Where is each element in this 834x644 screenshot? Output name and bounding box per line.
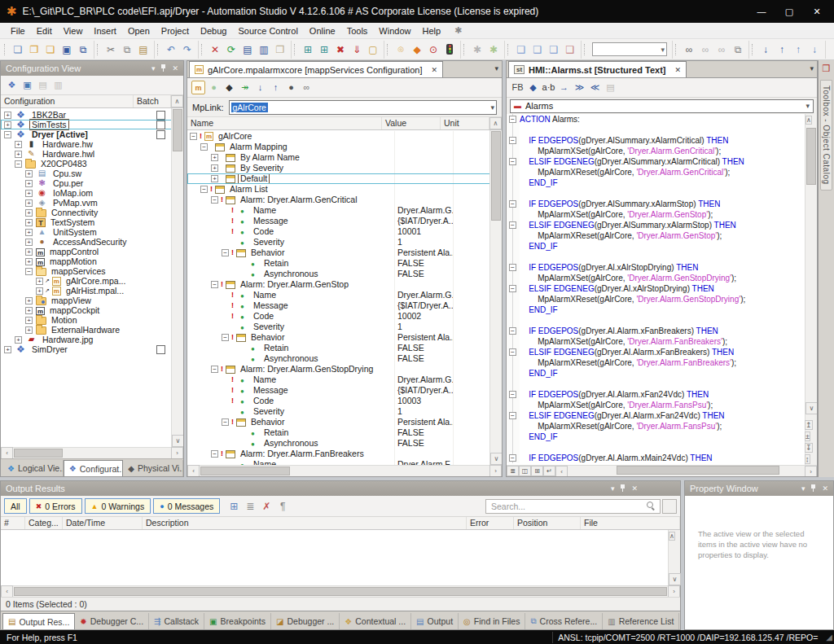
batch-checkbox[interactable]: [156, 345, 165, 354]
cancel-build-icon[interactable]: ✖: [333, 42, 348, 57]
fold-toggle-icon[interactable]: −: [509, 348, 516, 356]
menu-view[interactable]: View: [58, 24, 89, 37]
menu-project[interactable]: Project: [156, 24, 195, 37]
menu-source-control[interactable]: Source Control: [232, 24, 303, 37]
code-line[interactable]: − ELSIF EDGENEG(gDryer.Al.xAlrStopDrying…: [507, 283, 805, 294]
config-tree-item[interactable]: +AccessAndSecurity: [1, 237, 183, 247]
scrollbar-thumb[interactable]: [491, 131, 501, 221]
config-tree-item[interactable]: −mappServices: [1, 266, 183, 276]
code-line[interactable]: MpAlarmXReset(gAlrCore, 'Dryer.Alarm.Fan…: [507, 421, 805, 432]
scrollbar-thumb[interactable]: [617, 466, 779, 475]
menu-tools[interactable]: Tools: [341, 24, 374, 37]
fold-toggle-icon[interactable]: −: [509, 158, 516, 165]
power-icon[interactable]: ⊙: [426, 42, 441, 57]
config-tree-item[interactable]: +mmappCockpit: [1, 305, 183, 315]
fold-toggle-icon[interactable]: −: [509, 116, 516, 123]
close-panel-icon[interactable]: ✕: [631, 484, 638, 493]
expander-icon[interactable]: −: [211, 366, 218, 373]
close-panel-icon[interactable]: ✕: [822, 484, 828, 493]
fold-toggle-icon[interactable]: −: [509, 285, 516, 292]
comment-show-icon[interactable]: ❑: [546, 42, 561, 57]
scroll-right-button[interactable]: ›: [668, 585, 680, 598]
expander-icon[interactable]: −: [200, 143, 208, 151]
close-tab-icon[interactable]: ✕: [432, 66, 438, 74]
scrollbar-thumb[interactable]: [14, 587, 667, 596]
vertical-scrollbar[interactable]: ∨: [171, 108, 183, 447]
fold-toggle-icon[interactable]: −: [509, 264, 516, 271]
expander-icon[interactable]: +: [25, 170, 33, 177]
expander-icon[interactable]: +: [25, 239, 33, 246]
expander-icon[interactable]: +: [25, 229, 33, 236]
horizontal-scrollbar[interactable]: ‹ ›: [187, 465, 502, 476]
vertical-scrollbar[interactable]: ∨: [489, 130, 502, 465]
insert-fb-icon[interactable]: FB: [511, 81, 525, 94]
code-line[interactable]: − IF EDGEPOS(gDryer.Al.xAlrStopDrying) T…: [507, 262, 805, 273]
code-editor[interactable]: −ACTION Alarms:− IF EDGEPOS(gDryer.AlSum…: [507, 114, 817, 465]
expander-icon[interactable]: −: [222, 418, 229, 426]
traffic-light-icon[interactable]: [442, 42, 457, 57]
config-tree-item[interactable]: +↗mgAlrHist.mpal...: [1, 286, 183, 296]
column-date-time[interactable]: Date/Time: [63, 517, 143, 529]
parameter-row[interactable]: −!mgAlrCore: [187, 131, 502, 142]
vertical-scrollbar[interactable]: ∧ ∨ ↥ ± ↧ ↨: [805, 114, 817, 465]
column-unit[interactable]: Unit: [441, 117, 489, 129]
scroll-up-button[interactable]: ∧: [171, 95, 183, 107]
simulation-icon[interactable]: ◆: [410, 42, 424, 57]
search-dropdown-button[interactable]: [662, 499, 677, 514]
settings-gear-icon[interactable]: ✱: [470, 42, 485, 57]
code-line[interactable]: [507, 125, 805, 135]
indent-icon[interactable]: ≫: [573, 81, 586, 94]
move-down-icon[interactable]: ↓: [807, 42, 822, 57]
expander-icon[interactable]: +: [25, 180, 33, 187]
scrollbar-thumb[interactable]: [806, 128, 816, 185]
menu-open[interactable]: Open: [122, 24, 156, 37]
config-tree-item[interactable]: +Hardware.hw: [1, 139, 183, 149]
wrap-list-icon[interactable]: ≣: [243, 499, 257, 514]
refresh-icon[interactable]: ⟳: [224, 42, 239, 57]
config-tree-item[interactable]: +Hardware.hwl: [1, 149, 183, 159]
expander-icon[interactable]: +: [15, 151, 22, 158]
parameter-row[interactable]: !Message{$IAT/Dryer.A...: [187, 385, 502, 396]
column-batch[interactable]: Batch: [134, 95, 171, 107]
view-tab-logical-vie-[interactable]: ❖Logical Vie...: [2, 460, 64, 476]
open-project-icon[interactable]: ❐: [27, 42, 42, 57]
transfer-icon[interactable]: ⇓: [349, 42, 364, 57]
link-broken-icon[interactable]: ∞: [714, 42, 729, 57]
find-icon[interactable]: ⌾: [393, 42, 408, 57]
outdent-icon[interactable]: ≪: [588, 81, 602, 94]
expander-icon[interactable]: +: [25, 317, 33, 324]
expander-icon[interactable]: −: [25, 268, 33, 275]
close-button[interactable]: ✕: [803, 2, 831, 21]
redo-icon[interactable]: ↷: [180, 42, 195, 57]
cut-icon[interactable]: ✂: [103, 42, 118, 57]
column-name[interactable]: Name: [187, 117, 382, 129]
sort-desc-icon[interactable]: ↓: [253, 81, 267, 94]
orb-icon[interactable]: ●: [207, 81, 221, 94]
code-line[interactable]: MpAlarmXSet(gAlrCore, 'Dryer.Alarm.FansP…: [507, 400, 805, 410]
code-line[interactable]: END_IF: [507, 432, 805, 442]
check-project-icon[interactable]: ▥: [257, 42, 271, 57]
mplink-combobox[interactable]: gAlrCore ▾: [229, 100, 497, 115]
parameter-row[interactable]: Severity1: [187, 406, 502, 417]
fold-toggle-icon[interactable]: −: [509, 137, 516, 144]
code-line[interactable]: MpAlarmXReset(gAlrCore, 'Dryer.Alarm.Gen…: [507, 230, 805, 241]
config-tree-item[interactable]: −Dryer [Active]: [1, 129, 183, 139]
parameter-row[interactable]: !Code10003: [187, 396, 502, 406]
fold-toggle-icon[interactable]: −: [509, 391, 516, 398]
expander-icon[interactable]: +: [211, 164, 218, 172]
navigate-icon[interactable]: ◆: [222, 81, 236, 94]
link-icon[interactable]: ∞: [698, 42, 713, 57]
menu-help[interactable]: Help: [416, 24, 446, 37]
expander-icon[interactable]: −: [222, 249, 229, 256]
expander-icon[interactable]: +: [25, 307, 33, 314]
chevron-down-icon[interactable]: ▾: [801, 484, 805, 493]
expander-icon[interactable]: +: [25, 258, 33, 265]
code-line[interactable]: − ELSIF EDGENEG(gDryer.Al.Alarm.xFanBrea…: [507, 347, 805, 357]
table-disabled-icon[interactable]: ▥: [51, 78, 65, 92]
parameter-row[interactable]: !NameDryer.Alarm.G...: [187, 205, 502, 216]
output-list[interactable]: ∧ ∨: [1, 530, 680, 585]
tab-list-chevron-icon[interactable]: ▾: [494, 64, 498, 72]
expander-icon[interactable]: +: [25, 209, 33, 217]
puzzle-icon[interactable]: ❖: [5, 78, 19, 92]
goto-icon[interactable]: →: [557, 81, 571, 94]
